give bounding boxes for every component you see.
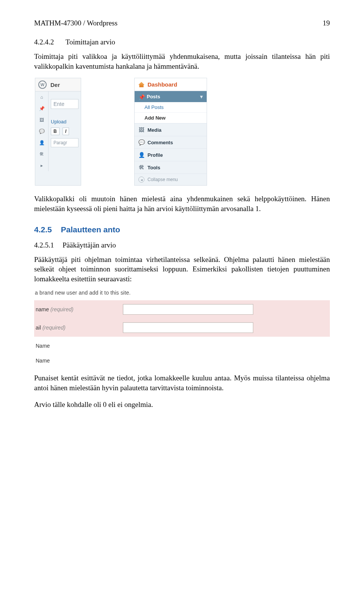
heading-number: 4.2.5.1	[34, 241, 54, 249]
page-header: MATHM-47300 / Wordpress 19	[34, 19, 330, 27]
chevron-left-icon: ◂	[138, 177, 144, 183]
posts-item-active[interactable]: 📌 Posts ▾	[135, 91, 207, 102]
header-left: MATHM-47300 / Wordpress	[34, 19, 118, 27]
form-input-name[interactable]	[123, 304, 253, 315]
wp-admin-collapsed: W Der ⌂ 📌 🖼 💬 👤 🛠 ▸ Ente Upload	[35, 78, 81, 186]
title-input[interactable]: Ente	[51, 99, 78, 109]
paragraph: Pääkäyttäjä piti ohjelman toimintaa virh…	[34, 255, 330, 284]
menu-tools[interactable]: 🛠 Tools	[135, 161, 207, 173]
editor-toolbar: B I	[51, 128, 78, 135]
expand-icon[interactable]: ▸	[38, 162, 45, 169]
collapse-label: Collapse menu	[147, 177, 178, 182]
upload-link[interactable]: Upload	[51, 119, 78, 125]
dashboard-item[interactable]: Dashboard	[135, 78, 207, 91]
pin-icon: 📌	[138, 94, 144, 99]
bold-button[interactable]: B	[51, 128, 60, 135]
wordpress-logo-icon: W	[38, 80, 47, 89]
form-row-name2: Name	[34, 337, 330, 355]
comments-icon[interactable]: 💬	[38, 128, 45, 135]
format-select[interactable]: Paragr	[51, 138, 78, 147]
collapse-menu[interactable]: ◂ Collapse menu	[135, 173, 207, 185]
heading-4-2-4-2: 4.2.4.2 Toimittajan arvio	[34, 38, 330, 46]
form-row-name: name (required)	[34, 300, 330, 318]
heading-title: Palautteen anto	[61, 225, 120, 234]
form-label: name (required)	[34, 306, 123, 312]
media-icon[interactable]: 🖼	[38, 117, 45, 123]
submenu-add-new[interactable]: Add New	[135, 113, 207, 123]
heading-4-2-5: 4.2.5 Palautteen anto	[34, 225, 330, 234]
form-row-name3: Name	[34, 355, 330, 366]
menu-comments[interactable]: 💬 Comments	[135, 136, 207, 148]
heading-number: 4.2.5	[34, 225, 52, 234]
menu-label: Tools	[147, 165, 160, 170]
tools-icon: 🛠	[138, 164, 144, 170]
media-icon: 🖼	[138, 127, 144, 133]
screenshot-form: a brand new user and add it to this site…	[34, 289, 330, 366]
submenu-all-posts[interactable]: All Posts	[135, 102, 207, 113]
heading-title: Toimittajan arvio	[66, 38, 115, 46]
profile-icon: 👤	[138, 152, 144, 158]
menu-label: Media	[147, 127, 162, 133]
form-input-ail[interactable]	[123, 322, 253, 333]
header-page-number: 19	[323, 19, 330, 27]
collapsed-icon-strip: ⌂ 📌 🖼 💬 👤 🛠 ▸	[35, 91, 49, 171]
wp-topbar: W Der	[35, 78, 81, 91]
form-label: Name	[34, 358, 123, 364]
site-title-fragment: Der	[50, 82, 60, 88]
menu-label: Profile	[147, 152, 163, 158]
heading-title: Pääkäyttäjän arvio	[63, 241, 116, 249]
paragraph: Punaiset kentät esittävät ne tiedot, jot…	[34, 373, 330, 393]
form-intro-text: a brand new user and add it to this site…	[34, 289, 330, 300]
home-icon[interactable]: ⌂	[38, 94, 45, 101]
menu-profile[interactable]: 👤 Profile	[135, 148, 207, 161]
house-icon	[138, 82, 144, 87]
menu-label: Comments	[147, 140, 173, 145]
profile-icon[interactable]: 👤	[38, 139, 45, 146]
italic-button[interactable]: I	[63, 128, 69, 135]
screenshot-sidebars: W Der ⌂ 📌 🖼 💬 👤 🛠 ▸ Ente Upload	[34, 78, 330, 186]
posts-label: Posts	[147, 94, 160, 99]
pin-icon[interactable]: 📌	[38, 105, 45, 112]
wp-admin-expanded: Dashboard 📌 Posts ▾ All Posts Add New 🖼 …	[134, 78, 207, 186]
heading-4-2-5-1: 4.2.5.1 Pääkäyttäjän arvio	[34, 241, 330, 249]
comments-icon: 💬	[138, 139, 144, 145]
editor-fragment: Ente Upload B I Paragr	[49, 91, 81, 171]
menu-media[interactable]: 🖼 Media	[135, 123, 207, 136]
tools-icon[interactable]: 🛠	[38, 151, 45, 158]
paragraph: Toimittaja piti valikkoa ja käyttöliitty…	[34, 52, 330, 71]
dashboard-label: Dashboard	[147, 81, 177, 88]
form-label: ail (required)	[34, 325, 123, 331]
paragraph: Valikkopalkki oli muutoin hänen mielestä…	[34, 194, 330, 213]
heading-number: 4.2.4.2	[34, 38, 54, 46]
form-row-ail: ail (required)	[34, 318, 330, 337]
chevron-down-icon: ▾	[200, 94, 203, 99]
paragraph: Arvio tälle kohdalle oli 0 eli ei ongelm…	[34, 400, 330, 410]
form-label: Name	[34, 343, 123, 349]
